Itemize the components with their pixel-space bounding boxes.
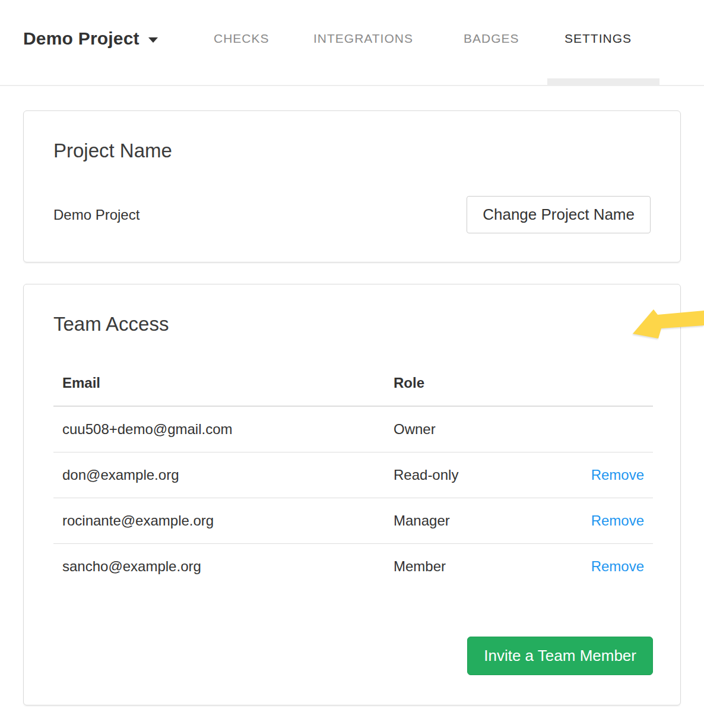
project-switcher-label: Demo Project bbox=[23, 29, 139, 49]
member-email: cuu508+demo@gmail.com bbox=[53, 406, 385, 452]
tab-settings[interactable]: SETTINGS bbox=[565, 31, 632, 46]
top-navigation-bar: Demo Project CHECKS INTEGRATIONS BADGES … bbox=[0, 0, 704, 86]
remove-member-link[interactable]: Remove bbox=[591, 512, 644, 528]
member-role: Member bbox=[385, 544, 516, 590]
table-row: cuu508+demo@gmail.com Owner bbox=[53, 406, 653, 452]
table-row: sancho@example.org Member Remove bbox=[53, 544, 653, 590]
change-project-name-button[interactable]: Change Project Name bbox=[467, 196, 651, 233]
member-email: sancho@example.org bbox=[53, 544, 385, 590]
team-members-table: Email Role cuu508+demo@gmail.com Owner d… bbox=[53, 363, 653, 589]
team-access-card-title: Team Access bbox=[53, 313, 651, 335]
member-role: Read-only bbox=[385, 452, 516, 498]
caret-down-icon bbox=[148, 37, 158, 43]
member-action-cell: Remove bbox=[516, 498, 653, 544]
remove-member-link[interactable]: Remove bbox=[591, 467, 644, 483]
tab-badges[interactable]: BADGES bbox=[464, 31, 519, 46]
tab-checks[interactable]: CHECKS bbox=[214, 31, 269, 46]
team-access-card: Team Access Email Role cuu508+demo@gmail… bbox=[23, 284, 681, 705]
member-action-cell bbox=[516, 406, 653, 452]
member-action-cell: Remove bbox=[516, 452, 653, 498]
current-project-name: Demo Project bbox=[53, 207, 139, 223]
member-action-cell: Remove bbox=[516, 544, 653, 590]
invite-team-member-button[interactable]: Invite a Team Member bbox=[467, 637, 653, 675]
table-row: rocinante@example.org Manager Remove bbox=[53, 498, 653, 544]
active-tab-indicator bbox=[547, 78, 659, 86]
table-row: don@example.org Read-only Remove bbox=[53, 452, 653, 498]
column-header-email: Email bbox=[53, 363, 385, 406]
table-header-row: Email Role bbox=[53, 363, 653, 406]
member-email: rocinante@example.org bbox=[53, 498, 385, 544]
member-role: Owner bbox=[385, 406, 516, 452]
project-name-card-title: Project Name bbox=[53, 140, 651, 162]
project-name-row: Demo Project Change Project Name bbox=[53, 196, 651, 233]
project-name-card: Project Name Demo Project Change Project… bbox=[23, 110, 681, 262]
member-email: don@example.org bbox=[53, 452, 385, 498]
column-header-action bbox=[516, 363, 653, 406]
tab-integrations[interactable]: INTEGRATIONS bbox=[313, 31, 413, 46]
member-role: Manager bbox=[385, 498, 516, 544]
remove-member-link[interactable]: Remove bbox=[591, 558, 644, 574]
column-header-role: Role bbox=[385, 363, 516, 406]
invite-row: Invite a Team Member bbox=[53, 637, 653, 675]
project-switcher[interactable]: Demo Project bbox=[23, 29, 158, 49]
